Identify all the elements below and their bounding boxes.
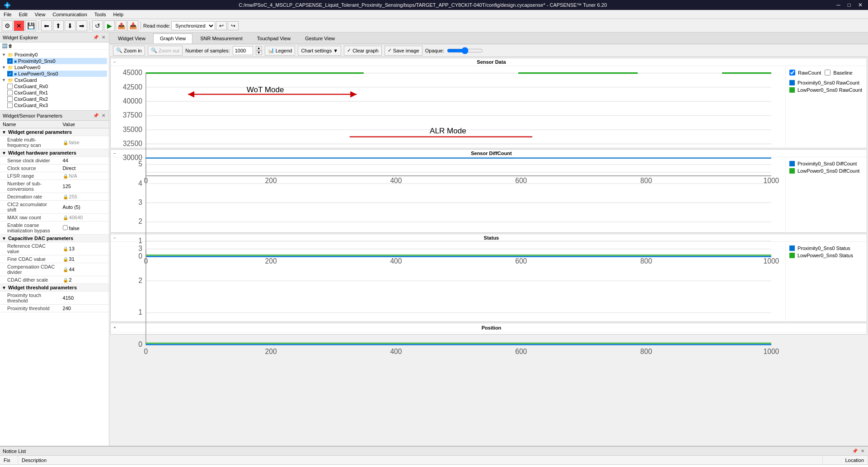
hardware-caret: ▼ [2,151,6,156]
proximity0-diffcount-legend: Proximity0_Sns0 DiffCount [789,161,863,166]
opacity-slider[interactable] [447,47,483,54]
zoom-out-button[interactable]: 🔍 Zoom out [148,46,183,56]
lock-icon-1: 🔒 [63,140,68,145]
tree-item-lowpower0-sns0[interactable]: ✓ ■ LowPower0_Sns0 [7,71,107,77]
run-button[interactable]: ▶ [104,20,115,31]
zoom-in-label: Zoom in [124,48,142,53]
sensor-params-close[interactable]: ✕ [101,113,106,118]
clear-graph-button[interactable]: ✓ Clear graph [344,46,381,56]
samples-input[interactable] [233,46,253,55]
save-image-button[interactable]: ✓ Save image [385,46,422,56]
lock-icon-8: 🔒 [63,278,68,283]
param-sense-clock: Sense clock divider 44 [0,157,109,165]
tree-item-csxguard-rx0[interactable]: CsxGuard_Rx0 [7,83,107,90]
notice-list-pin[interactable]: 📌 [851,448,859,454]
general-caret: ▼ [2,130,6,135]
zoom-out-label: Zoom out [159,48,179,53]
chart-settings-label: Chart settings [301,48,332,53]
tab-graph-view[interactable]: Graph View [153,33,192,43]
baseline-legend-item: Baseline [825,70,852,75]
csxguard-rx0-checkbox[interactable] [7,84,13,89]
maximize-button[interactable]: □ [846,2,853,8]
menu-file[interactable]: File [0,11,15,18]
csxguard-rx1-checkbox[interactable] [7,90,13,95]
export-button[interactable]: 📤 [116,20,127,31]
widget-explorer-pin[interactable]: 📌 [92,34,99,40]
zoom-in-button[interactable]: 🔍 Zoom in [113,46,145,56]
baseline-checkbox[interactable] [825,70,830,75]
tab-touchpad-view[interactable]: Touchpad View [250,33,297,43]
sensor-data-collapse-icon[interactable]: − [113,60,116,65]
section-threshold: ▼Widget threshold parameters [0,284,109,292]
svg-text:42500: 42500 [123,83,143,91]
opaque-label: Opaque: [425,48,444,53]
rawcount-checkbox[interactable] [789,70,795,75]
csxguard-rx0-label: CsxGuard_Rx0 [14,84,48,89]
csxguard-rx2-checkbox[interactable] [7,96,13,102]
lowpower0-status-color [789,253,795,258]
redo-button[interactable]: ↪ [228,21,239,30]
tree-item-csxguard-rx2[interactable]: CsxGuard_Rx2 [7,96,107,102]
sensor-data-header: − Sensor Data [111,58,867,66]
param-enable-multi-freq: Enable multi-frequency scan 🔒false [0,136,109,149]
status-legend: Proximity0_Sns0 Status LowPower0_Sns0 St… [785,242,867,359]
legend-button[interactable]: 📊 Legend [265,46,296,56]
samples-up-button[interactable]: ▲ [256,46,262,51]
menu-view[interactable]: View [31,11,49,18]
tab-snr-measurement[interactable]: SNR Measurement [193,33,249,43]
up-button[interactable]: ⬆ [53,20,64,31]
svg-text:200: 200 [265,348,277,355]
svg-text:45000: 45000 [123,69,143,76]
tree-item-csxguard-rx3[interactable]: CsxGuard_Rx3 [7,102,107,108]
refresh-button[interactable]: ↺ [92,20,103,31]
tree-item-csxguard-rx1[interactable]: CsxGuard_Rx1 [7,90,107,96]
close-button[interactable]: ✕ [856,2,864,8]
next-button[interactable]: ➡ [76,20,87,31]
coarse-bypass-checkbox[interactable] [63,225,68,230]
svg-text:0: 0 [138,340,142,348]
proximity0-folder-icon: 📁 [8,52,13,57]
menu-edit[interactable]: Edit [15,11,31,18]
import-button[interactable]: 📥 [127,20,138,31]
menu-communication[interactable]: Communication [49,11,90,18]
clear-graph-label: Clear graph [352,48,378,53]
tree-item-proximity0-sns0[interactable]: ✓ ■ Proximity0_Sns0 [7,58,107,64]
notice-list: Notice List 📌 ✕ Fix Description Location [0,446,868,467]
tree-item-proximity0[interactable]: ▼ 📁 Proximity0 [2,52,107,58]
tree-item-csxguard[interactable]: ▼ 📁 CsxGuard [2,77,107,83]
param-prox-touch: Proximity touch threshold 4150 [0,292,109,305]
param-coarse-bypass: Enable coarse initialization bypass fals… [0,222,109,235]
widget-delete-btn[interactable]: 🗑 [8,43,13,48]
param-clock-source: Clock source Direct [0,165,109,172]
stop-button[interactable]: ✕ [14,20,24,31]
samples-down-button[interactable]: ▼ [256,51,262,55]
save-button[interactable]: 💾 [25,20,36,31]
params-col-value: Value [60,121,109,128]
minimize-button[interactable]: ─ [835,2,842,8]
down-button[interactable]: ⬇ [65,20,75,31]
undo-button[interactable]: ↩ [216,21,227,30]
lowpower0-sns0-checkbox[interactable]: ✓ [7,71,13,76]
status-svg: 3 2 1 0 0 200 400 600 800 1000 [111,242,785,359]
prev-button[interactable]: ⬅ [41,20,52,31]
read-mode-select[interactable]: Synchronized Manual [171,21,215,30]
tree-item-lowpower0[interactable]: ▼ 📁 LowPower0 [2,64,107,71]
widget-explorer: Widget Explorer 📌 ✕ 🆕 🗑 ▼ 📁 Proximity0 [0,33,109,110]
param-lfsr: LFSR range 🔒N/A [0,172,109,180]
chart-settings-button[interactable]: Chart settings ▼ [298,46,341,56]
tab-widget-view[interactable]: Widget View [111,33,152,43]
notice-list-close[interactable]: ✕ [860,448,865,454]
csxguard-rx3-checkbox[interactable] [7,103,13,108]
sensor-params-pin[interactable]: 📌 [92,113,99,118]
tab-gesture-view[interactable]: Gesture View [298,33,342,43]
sensor-params-header: Widget/Sensor Parameters 📌 ✕ [0,111,109,121]
settings-button[interactable]: ⚙ [2,20,13,31]
widget-explorer-close[interactable]: ✕ [101,34,106,40]
left-panel: Widget Explorer 📌 ✕ 🆕 🗑 ▼ 📁 Proximity0 [0,33,109,446]
csxguard-folder-icon: 📁 [8,78,13,83]
menu-help[interactable]: Help [109,11,127,18]
widget-new-btn[interactable]: 🆕 [2,43,7,48]
lowpower0-diffcount-color [789,168,795,174]
proximity0-sns0-checkbox[interactable]: ✓ [7,58,13,64]
menu-tools[interactable]: Tools [91,11,110,18]
